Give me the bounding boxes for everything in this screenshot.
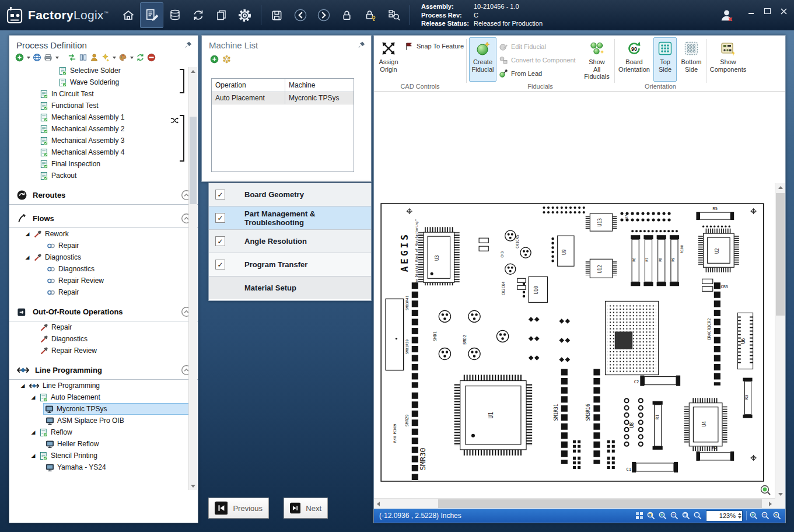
cad-vertical-scrollbar[interactable] <box>775 183 785 499</box>
scroll-left-arrow[interactable] <box>374 499 383 509</box>
scroll-thumb[interactable] <box>438 499 762 508</box>
person-icon[interactable] <box>90 53 99 62</box>
edit-fiducial-button[interactable]: Edit Fiducial <box>499 42 546 51</box>
sync-button[interactable] <box>187 2 210 28</box>
settings-button[interactable] <box>233 2 257 28</box>
scroll-down-arrow[interactable] <box>189 482 197 490</box>
cad-viewport[interactable]: AEGISThe Digital Mind of Manufacturing™U… <box>374 183 775 499</box>
checkbox-checked[interactable]: ✓ <box>215 260 225 270</box>
create-fiducial-button[interactable]: Create Fiducial <box>469 37 496 82</box>
expander-icon[interactable]: ◢ <box>30 429 36 435</box>
pin-icon[interactable] <box>358 41 366 49</box>
from-lead-button[interactable]: From Lead <box>499 69 542 78</box>
scroll-right-arrow[interactable] <box>766 499 775 509</box>
zoom-out-icon[interactable] <box>670 511 679 520</box>
documents-button[interactable] <box>210 2 233 28</box>
tree-item-operation[interactable]: Functional Test <box>9 100 198 111</box>
back-button[interactable] <box>289 2 312 28</box>
process-tree-scrollbar[interactable] <box>188 67 197 490</box>
checkbox-checked[interactable]: ✓ <box>215 236 225 246</box>
machine-settings-icon[interactable] <box>222 55 231 64</box>
tree-item-flow-step[interactable]: Diagnostics <box>9 263 198 275</box>
previous-button[interactable]: Previous <box>208 498 269 519</box>
pin-icon[interactable] <box>184 41 193 49</box>
machine-table-row[interactable]: Auto Placement Mycronic TPSys <box>212 92 354 104</box>
print-dropdown-caret[interactable] <box>55 57 59 59</box>
save-button[interactable] <box>265 2 289 28</box>
add-operation-icon[interactable] <box>15 53 24 62</box>
expander-icon[interactable]: ◢ <box>30 394 36 400</box>
user-session-button[interactable] <box>715 2 738 28</box>
effects-icon[interactable] <box>101 53 110 62</box>
tree-item-flow[interactable]: ◢Rework <box>9 228 198 240</box>
palette-icon[interactable] <box>118 53 127 62</box>
tree-item-operation[interactable]: Wave Soldering <box>9 76 198 88</box>
section-flows[interactable]: Flows <box>9 209 198 228</box>
checkbox-checked[interactable]: ✓ <box>215 190 225 200</box>
section-out-of-route[interactable]: Out-Of-Route Operations <box>9 302 198 321</box>
tree-item-machine[interactable]: Yamaha - YS24 <box>9 461 198 473</box>
scroll-down-arrow[interactable] <box>775 490 785 499</box>
tree-item-operation[interactable]: Packout <box>9 170 198 181</box>
columns-icon[interactable] <box>79 53 88 62</box>
tree-item-operation[interactable]: Final Inspection <box>9 158 198 170</box>
add-dropdown-caret[interactable] <box>27 57 30 59</box>
globe-icon[interactable] <box>33 53 41 62</box>
tree-item-operation[interactable]: Mechanical Assembly 4 <box>9 146 198 158</box>
show-components-button[interactable]: Show Components <box>709 37 747 82</box>
process-definition-button[interactable] <box>140 2 163 28</box>
materials-button[interactable] <box>163 2 187 28</box>
wizard-step-part-management[interactable]: ✓ Part Management & Troubleshooting <box>209 206 371 230</box>
tree-item-oor[interactable]: Diagnostics <box>9 333 198 345</box>
snap-to-feature-button[interactable]: Snap To Feature <box>404 41 464 51</box>
maximize-button[interactable] <box>762 7 772 15</box>
swap-icon[interactable] <box>68 53 76 62</box>
expander-icon[interactable]: ◢ <box>25 254 30 260</box>
tree-item-machine-selected[interactable]: Mycronic TPSys <box>9 403 198 415</box>
print-icon[interactable] <box>44 53 53 62</box>
zoom-page-icon[interactable] <box>646 511 656 520</box>
tree-item-operation[interactable]: ◢Stencil Printing <box>9 450 198 461</box>
tree-item-line-programming-root[interactable]: ◢Line Programming <box>9 380 198 391</box>
column-header-operation[interactable]: Operation <box>212 79 285 92</box>
expander-icon[interactable]: ◢ <box>20 383 26 388</box>
zoom-indicator-icon[interactable] <box>760 484 771 496</box>
expander-icon[interactable]: ◢ <box>30 453 36 459</box>
audit-search-button[interactable] <box>382 2 405 28</box>
tree-item-flow-step[interactable]: Repair <box>9 240 198 251</box>
disable-icon[interactable] <box>147 53 156 62</box>
tree-item-operation[interactable]: Selective Solder <box>9 65 198 76</box>
effects-dropdown-caret[interactable] <box>113 57 116 59</box>
scroll-thumb[interactable] <box>190 117 197 204</box>
top-side-button[interactable]: Top Side <box>653 37 677 82</box>
next-button[interactable]: Next <box>284 498 328 519</box>
section-line-programming[interactable]: Line Programming <box>9 360 198 380</box>
scroll-up-arrow[interactable] <box>189 67 197 75</box>
tree-item-operation[interactable]: Mechanical Assembly 3 <box>9 135 198 146</box>
assign-origin-button[interactable]: Assign Origin <box>375 37 402 82</box>
convert-to-component-button[interactable]: Convert to Component <box>499 55 576 65</box>
tree-item-machine[interactable]: ASM Siplace Pro OIB <box>9 415 198 426</box>
add-machine-icon[interactable] <box>210 55 219 64</box>
home-button[interactable] <box>117 2 140 28</box>
zoom-percent-input[interactable]: 123% <box>706 510 743 522</box>
tree-item-operation[interactable]: ◢Reflow <box>9 426 198 438</box>
wizard-step-material-setup[interactable]: Material Setup <box>209 276 371 299</box>
tree-item-machine[interactable]: Heller Reflow <box>9 438 198 450</box>
tree-item-flow-step[interactable]: Repair Review <box>9 275 198 286</box>
lock-button[interactable] <box>335 2 359 28</box>
zoom-in-icon[interactable] <box>658 511 667 520</box>
palette-dropdown-caret[interactable] <box>130 57 134 59</box>
bottom-side-button[interactable]: Bottom Side <box>678 37 705 82</box>
pcb-drawing[interactable]: AEGISThe Digital Mind of Manufacturing™U… <box>374 183 775 499</box>
tree-item-operation[interactable]: ◢Auto Placement <box>9 391 198 403</box>
tree-item-oor[interactable]: Repair Review <box>9 345 198 356</box>
tree-item-oor[interactable]: Repair <box>9 321 198 333</box>
cad-horizontal-scrollbar[interactable] <box>374 498 775 509</box>
scroll-thumb[interactable] <box>776 193 785 316</box>
refresh-icon[interactable] <box>136 53 145 62</box>
column-header-machine[interactable]: Machine <box>285 79 354 92</box>
board-orientation-button[interactable]: 90 Board Orientation <box>617 37 651 82</box>
pan-grid-icon[interactable] <box>635 511 644 520</box>
wizard-step-program-transfer[interactable]: ✓ Program Transfer <box>209 253 371 276</box>
